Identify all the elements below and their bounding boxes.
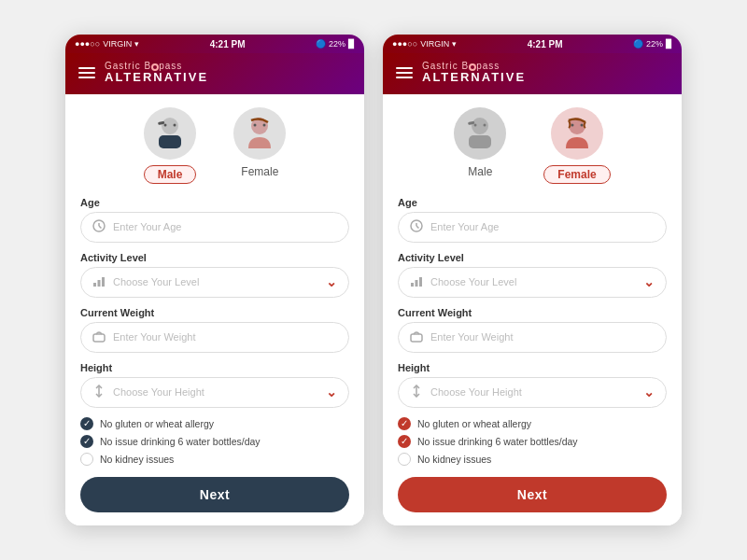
height-chevron-1: ⌄: [326, 385, 337, 399]
age-input-1[interactable]: Enter Your Age: [80, 212, 349, 243]
weight-label-2: Current Weight: [398, 307, 667, 318]
status-bar-2: ●●●○○ VIRGIN ▾ 4:21 PM 🔵 22% ▉: [383, 35, 682, 53]
activity-chevron-1: ⌄: [326, 274, 337, 289]
svg-point-3: [174, 123, 176, 126]
status-carrier-1: ●●●○○ VIRGIN ▾: [75, 39, 139, 49]
svg-point-18: [474, 123, 477, 126]
female-label-text-2: Female: [557, 168, 596, 181]
checkbox-icon-6: [398, 453, 411, 466]
activity-chevron-2: ⌄: [643, 274, 655, 289]
height-chevron-2: ⌄: [643, 385, 655, 399]
svg-rect-28: [416, 280, 418, 287]
female-label-text-1: Female: [241, 165, 278, 178]
svg-point-7: [263, 123, 266, 126]
hamburger-line: [78, 67, 95, 69]
gender-male-1[interactable]: Male: [144, 107, 197, 184]
checkbox-label-3: No kidney issues: [100, 454, 174, 465]
gender-female-2[interactable]: Female: [543, 107, 610, 184]
age-input-2[interactable]: Enter Your Age: [398, 212, 667, 243]
status-bar-1: ●●●○○ VIRGIN ▾ 4:21 PM 🔵 22% ▉: [65, 35, 364, 53]
checkbox-label-4: No gluten or wheat allergy: [417, 418, 531, 429]
activity-icon-2: [410, 274, 423, 290]
activity-field-2: Activity Level Choose Your Level ⌄: [398, 252, 667, 298]
activity-placeholder-1: Choose Your Level: [113, 276, 318, 287]
activity-label-2: Activity Level: [398, 252, 667, 263]
hamburger-menu-1[interactable]: [78, 67, 95, 78]
male-avatar-1: [144, 107, 196, 160]
activity-field-1: Activity Level Choose Your Level ⌄: [80, 252, 349, 298]
weight-field-2: Current Weight Enter Your Weight: [398, 307, 667, 353]
age-placeholder-2: Enter Your Age: [430, 221, 655, 232]
checkbox-list-2: ✓ No gluten or wheat allergy ✓ No issue …: [398, 417, 667, 466]
weight-placeholder-1: Enter Your Weight: [113, 331, 337, 343]
activity-placeholder-2: Choose Your Level: [430, 276, 636, 287]
age-icon-1: [92, 219, 106, 235]
height-placeholder-2: Choose Your Height: [430, 386, 636, 398]
svg-point-2: [164, 123, 167, 126]
male-label-text-1: Male: [158, 168, 183, 181]
height-label-1: Height: [80, 362, 349, 373]
female-avatar-1: [233, 107, 286, 160]
hamburger-line: [78, 77, 95, 78]
checkbox-item-2[interactable]: ✓ No issue drinking 6 water bottles/day: [80, 435, 349, 448]
female-label-2[interactable]: Female: [543, 165, 610, 184]
activity-select-2[interactable]: Choose Your Level ⌄: [398, 267, 667, 298]
status-battery-2: 🔵 22% ▉: [633, 39, 672, 49]
svg-point-0: [162, 118, 178, 134]
checkbox-item-4[interactable]: ✓ No gluten or wheat allergy: [398, 417, 667, 430]
svg-rect-17: [469, 135, 491, 148]
height-field-2: Height Choose Your Height ⌄: [398, 362, 667, 408]
hamburger-menu-2[interactable]: [396, 67, 413, 78]
carrier-text-2: VIRGIN: [420, 39, 449, 49]
height-select-1[interactable]: Choose Your Height ⌄: [80, 377, 349, 408]
svg-line-10: [99, 226, 102, 229]
age-icon-2: [410, 219, 423, 235]
header-title-1: Gastric Bpass ALTERNATIVE: [105, 61, 208, 84]
height-placeholder-1: Choose Your Height: [113, 386, 318, 398]
next-button-1[interactable]: Next: [80, 477, 349, 512]
height-icon-1: [92, 385, 106, 400]
age-label-1: Age: [80, 197, 349, 208]
svg-rect-14: [93, 334, 105, 342]
checkbox-icon-3: [80, 453, 93, 466]
checkbox-label-2: No issue drinking 6 water bottles/day: [100, 436, 261, 447]
svg-rect-27: [411, 283, 414, 287]
checkbox-label-5: No issue drinking 6 water bottles/day: [417, 436, 578, 447]
age-label-2: Age: [398, 197, 667, 208]
app-header-1: Gastric Bpass ALTERNATIVE: [65, 53, 364, 93]
checkbox-item-6[interactable]: No kidney issues: [398, 453, 667, 466]
checkbox-item-5[interactable]: ✓ No issue drinking 6 water bottles/day: [398, 435, 667, 448]
next-button-2[interactable]: Next: [398, 477, 667, 512]
weight-label-1: Current Weight: [80, 307, 349, 318]
activity-select-1[interactable]: Choose Your Level ⌄: [80, 267, 349, 298]
phone-screen-1: ●●●○○ VIRGIN ▾ 4:21 PM 🔵 22% ▉ Gastric B…: [65, 35, 364, 525]
height-field-1: Height Choose Your Height ⌄: [80, 362, 349, 408]
hamburger-line: [396, 67, 413, 69]
weight-icon-2: [410, 329, 423, 345]
battery-text-2: 22%: [646, 39, 663, 49]
activity-label-1: Activity Level: [80, 252, 349, 263]
gender-male-2[interactable]: Male: [454, 107, 506, 184]
male-label-1[interactable]: Male: [144, 165, 197, 184]
svg-point-22: [571, 123, 573, 126]
male-avatar-2: [454, 107, 506, 160]
female-avatar-2: [551, 107, 603, 160]
hamburger-line: [396, 72, 413, 74]
gender-row-1: Male Female: [80, 107, 349, 184]
checkbox-icon-2: ✓: [80, 435, 93, 448]
status-carrier-2: ●●●○○ VIRGIN ▾: [392, 39, 457, 49]
age-field-1: Age Enter Your Age: [80, 197, 349, 243]
brand-bottom-2: ALTERNATIVE: [422, 71, 526, 84]
svg-point-16: [472, 118, 488, 134]
carrier-text-1: VIRGIN: [103, 39, 132, 49]
height-select-2[interactable]: Choose Your Height ⌄: [398, 377, 667, 408]
checkbox-item-1[interactable]: ✓ No gluten or wheat allergy: [80, 417, 349, 430]
weight-input-2[interactable]: Enter Your Weight: [398, 322, 667, 353]
weight-input-1[interactable]: Enter Your Weight: [80, 322, 349, 353]
battery-text-1: 22%: [329, 39, 345, 49]
checkbox-item-3[interactable]: No kidney issues: [80, 453, 349, 466]
gender-female-1[interactable]: Female: [233, 107, 286, 184]
activity-icon-1: [92, 274, 106, 290]
svg-point-23: [580, 123, 583, 126]
svg-line-26: [416, 226, 419, 229]
